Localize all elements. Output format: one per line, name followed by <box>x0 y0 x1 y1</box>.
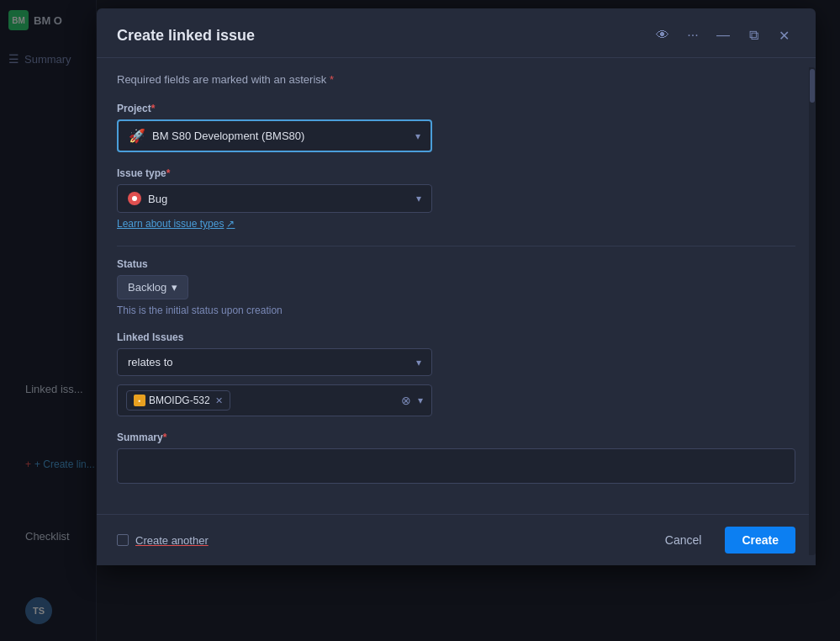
cancel-button[interactable]: Cancel <box>652 527 716 554</box>
required-asterisk-note: * <box>330 73 334 86</box>
footer-actions: Cancel Create <box>652 527 795 554</box>
create-another-checkbox[interactable] <box>117 534 129 546</box>
more-options-button[interactable]: ··· <box>681 24 705 47</box>
modal-header: Create linked issue 👁 ··· — ⧉ ✕ <box>97 8 816 58</box>
project-label: Project* <box>117 103 795 114</box>
create-button[interactable]: Create <box>725 527 795 554</box>
learn-about-issue-types-link[interactable]: Learn about issue types ↗ <box>117 218 235 230</box>
restore-icon: ⧉ <box>749 28 758 43</box>
create-another-group: Create another <box>117 534 209 547</box>
eye-icon: 👁 <box>656 28 669 43</box>
modal-header-actions: 👁 ··· — ⧉ ✕ <box>651 24 795 47</box>
project-field-group: Project* 🚀 BM S80 Development (BMS80) ▾ <box>117 103 795 152</box>
divider <box>117 246 795 246</box>
issue-type-chevron-icon: ▾ <box>416 193 421 204</box>
project-icon: 🚀 <box>129 128 145 144</box>
status-field-group: Status Backlog ▾ This is the initial sta… <box>117 258 795 316</box>
linked-issues-field-group: Linked Issues relates to ▾ ▪ BMOIDG-532 … <box>117 331 795 416</box>
modal-title: Create linked issue <box>117 27 255 45</box>
minimize-button[interactable]: — <box>711 24 735 47</box>
close-button[interactable]: ✕ <box>772 24 795 47</box>
scrollbar-thumb <box>810 69 815 103</box>
linked-issue-tag-label: BMOIDG-532 <box>149 395 210 406</box>
status-value: Backlog <box>128 281 166 294</box>
status-label: Status <box>117 258 795 270</box>
modal-footer: Create another Cancel Create <box>97 514 816 565</box>
summary-field-group: Summary* <box>117 432 795 484</box>
clear-linked-issues-button[interactable]: ⊗ <box>401 394 411 407</box>
project-dropdown[interactable]: 🚀 BM S80 Development (BMS80) ▾ <box>117 119 432 152</box>
tag-remove-button[interactable]: ✕ <box>215 395 223 406</box>
project-dropdown-inner: 🚀 BM S80 Development (BMS80) <box>129 128 304 144</box>
required-note: Required fields are marked with an aster… <box>117 73 795 86</box>
close-icon: ✕ <box>779 28 790 44</box>
restore-button[interactable]: ⧉ <box>742 24 765 47</box>
minimize-icon: — <box>716 28 730 43</box>
bug-icon <box>128 192 141 205</box>
eye-button[interactable]: 👁 <box>651 24 674 47</box>
tag-icon: ▪ <box>134 395 145 406</box>
linked-issues-relation-inner: relates to <box>128 356 172 368</box>
issue-type-value: Bug <box>148 193 167 205</box>
issue-type-dropdown[interactable]: Bug ▾ <box>117 184 432 213</box>
issue-type-dropdown-inner: Bug <box>128 192 167 205</box>
linked-issues-label: Linked Issues <box>117 331 795 343</box>
linked-issues-relation-dropdown[interactable]: relates to ▾ <box>117 348 432 376</box>
project-chevron-icon: ▾ <box>415 130 420 142</box>
status-chevron-icon: ▾ <box>172 281 177 294</box>
modal-scrollbar[interactable] <box>809 67 816 555</box>
linked-issues-relation-value: relates to <box>128 356 172 368</box>
create-another-label: Create another <box>135 534 209 547</box>
project-value: BM S80 Development (BMS80) <box>152 130 304 142</box>
summary-input[interactable] <box>117 448 795 484</box>
linked-issues-relation-chevron-icon: ▾ <box>416 357 421 368</box>
linked-issue-tag: ▪ BMOIDG-532 ✕ <box>126 390 230 411</box>
status-dropdown[interactable]: Backlog ▾ <box>117 275 188 299</box>
modal-body: Required fields are marked with an aster… <box>97 58 816 514</box>
status-note: This is the initial status upon creation <box>117 305 795 316</box>
linked-issue-input-chevron-icon: ▾ <box>418 395 423 406</box>
ellipsis-icon: ··· <box>687 28 698 43</box>
learn-link-external-icon: ↗ <box>226 218 235 230</box>
issue-type-field-group: Issue type* Bug ▾ Learn about issue type… <box>117 167 795 230</box>
create-linked-issue-modal: Create linked issue 👁 ··· — ⧉ ✕ Required… <box>97 8 816 565</box>
summary-field-label: Summary* <box>117 432 795 443</box>
issue-type-label: Issue type* <box>117 167 795 179</box>
linked-issue-input-row[interactable]: ▪ BMOIDG-532 ✕ ⊗ ▾ <box>117 384 432 416</box>
